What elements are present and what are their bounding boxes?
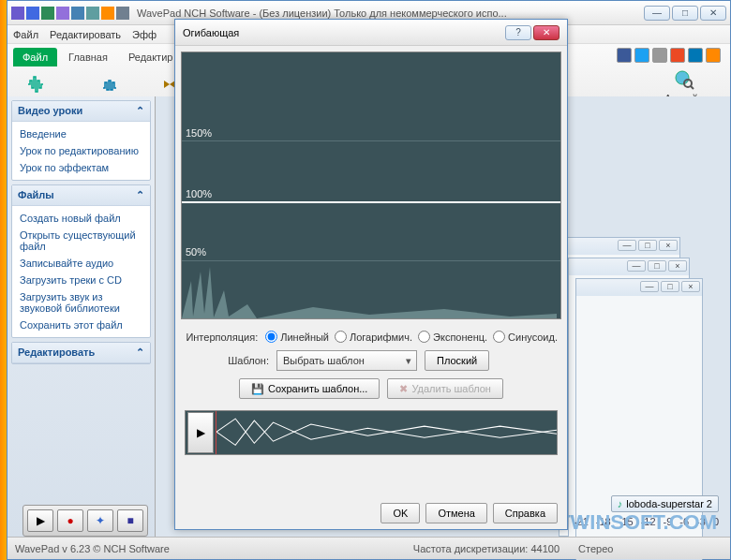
dialog-close-button[interactable]: ✕ — [533, 25, 559, 40]
section-header[interactable]: Редактировать⌃ — [12, 343, 150, 363]
grid-label: 150% — [186, 127, 212, 139]
sidebar-link[interactable]: Записывайте аудио — [12, 255, 150, 272]
dialog-title-text: Огибающая — [183, 27, 239, 38]
tab-file[interactable]: Файл — [13, 48, 57, 66]
sidebar-link[interactable]: Урок по редактированию — [12, 142, 150, 159]
ok-button[interactable]: OK — [380, 503, 420, 523]
sidebar-link[interactable]: Сохранить этот файл — [12, 317, 150, 333]
sidebar-link[interactable]: Загрузить треки с CD — [12, 272, 150, 288]
mini-waveform-svg — [216, 411, 557, 452]
tab-home[interactable]: Главная — [59, 48, 117, 66]
app-title: WavePad NCH Software - (Без лицензии) То… — [137, 7, 507, 19]
qat-icon-7[interactable] — [101, 7, 114, 20]
collapse-icon: ⌃ — [136, 189, 144, 201]
envelope-dialog: Огибающая ? ✕ 150% 100% 50% Интерполяция… — [174, 19, 568, 530]
window-controls: — □ ✕ — [644, 6, 726, 21]
preview-waveform: ▶ — [185, 410, 558, 455]
panel-max-icon[interactable]: □ — [661, 281, 679, 292]
dialog-controls-area: Интерполяция: Линейный Логарифмич. Экспо… — [175, 325, 567, 405]
help-button[interactable]: Справка — [493, 503, 558, 523]
section-header[interactable]: Видео уроки⌃ — [12, 101, 150, 122]
sidebar-link[interactable]: Загрузить звук из звуковой библиотеки — [12, 288, 150, 317]
dialog-help-button[interactable]: ? — [505, 25, 531, 40]
flat-button[interactable]: Плоский — [425, 350, 489, 371]
dialog-titlebar: Огибающая ? ✕ — [175, 20, 567, 46]
sidebar-section-video: Видео уроки⌃ Введение Урок по редактиров… — [11, 100, 151, 181]
status-mode: Стерео — [578, 543, 613, 554]
sidebar-link[interactable]: Создать новый файл — [12, 210, 150, 227]
panel-close-icon[interactable]: × — [668, 260, 687, 272]
file-tab-label: loboda-superstar 2 — [626, 498, 712, 509]
panel-close-icon[interactable]: × — [681, 281, 700, 292]
interp-label: Интерполяция: — [185, 332, 258, 343]
sidebar-section-edit: Редактировать⌃ — [11, 342, 151, 364]
linkedin-icon[interactable] — [688, 48, 703, 63]
save-icon: 💾 — [251, 383, 264, 395]
rss-icon[interactable] — [706, 48, 721, 63]
section-links: Введение Урок по редактированию Урок по … — [12, 122, 150, 180]
preview-wave-body[interactable] — [216, 411, 557, 454]
delete-icon: ✖ — [399, 383, 408, 395]
section-links: Создать новый файл Открыть существующий … — [12, 206, 150, 337]
interp-radio-group: Линейный Логарифмич. Экспоненц. Синусоид… — [265, 331, 558, 343]
statusbar: WavePad v 6.23 © NCH Software Частота ди… — [7, 537, 730, 559]
amplify-icon — [26, 75, 45, 94]
qat-icon-6[interactable] — [86, 7, 99, 20]
close-button[interactable]: ✕ — [700, 6, 726, 21]
maximize-button[interactable]: □ — [672, 6, 698, 21]
save-template-button[interactable]: 💾Сохранить шаблон... — [239, 378, 380, 399]
template-row: Шаблон: Выбрать шаблон Плоский — [185, 350, 558, 371]
tab-edit[interactable]: Редактир — [119, 48, 183, 66]
panel-max-icon[interactable]: □ — [648, 260, 666, 272]
status-rate: Частота дискретизации: 44100 — [413, 543, 559, 554]
qat-icon-1[interactable] — [11, 7, 24, 20]
globe-search-icon — [673, 68, 695, 91]
panel-close-icon[interactable]: × — [659, 240, 678, 251]
minimize-button[interactable]: — — [644, 6, 670, 21]
menu-file[interactable]: Файл — [13, 29, 38, 40]
preview-play-button[interactable]: ▶ — [187, 412, 214, 453]
template-buttons: 💾Сохранить шаблон... ✖Удалить шаблон — [185, 378, 558, 399]
radio-linear[interactable]: Линейный — [265, 331, 329, 343]
menu-effects[interactable]: Эфф — [132, 29, 157, 40]
sidebar-link[interactable]: Открыть существующий файл — [12, 227, 150, 255]
sidebar-link[interactable]: Введение — [12, 125, 150, 142]
scrub-button[interactable]: ✦ — [87, 509, 113, 532]
menu-edit[interactable]: Редактировать — [50, 29, 121, 40]
record-button[interactable]: ● — [57, 509, 83, 532]
collapse-icon: ⌃ — [136, 346, 144, 359]
template-dropdown[interactable]: Выбрать шаблон — [276, 350, 417, 371]
twitter-icon[interactable] — [634, 48, 649, 63]
stop-button[interactable]: ■ — [117, 509, 143, 532]
panel-min-icon[interactable]: — — [618, 240, 636, 251]
normalize-icon — [100, 75, 119, 94]
transport-controls: ▶ ● ✦ ■ — [22, 505, 148, 537]
play-button[interactable]: ▶ — [27, 509, 53, 532]
envelope-canvas[interactable]: 150% 100% 50% — [181, 52, 561, 319]
qat-icon-8[interactable] — [116, 7, 129, 20]
radio-exp[interactable]: Экспоненц. — [418, 331, 487, 343]
waveform-preview — [182, 262, 557, 318]
panel-min-icon[interactable]: — — [640, 281, 659, 292]
panel-max-icon[interactable]: □ — [638, 240, 657, 251]
section-header[interactable]: Файлы⌃ — [12, 185, 150, 206]
qat-icon-5[interactable] — [71, 7, 84, 20]
quick-access-toolbar — [11, 7, 129, 20]
radio-log[interactable]: Логарифмич. — [335, 331, 412, 343]
stumble-icon[interactable] — [670, 48, 685, 63]
interpolation-row: Интерполяция: Линейный Логарифмич. Экспо… — [185, 331, 558, 343]
sidebar-section-files: Файлы⌃ Создать новый файл Открыть сущест… — [11, 184, 151, 338]
sidebar-link[interactable]: Урок по эффектам — [12, 159, 150, 176]
qat-icon-3[interactable] — [41, 7, 54, 20]
svg-line-2 — [691, 86, 694, 89]
panel-min-icon[interactable]: — — [627, 260, 646, 272]
plus-icon[interactable] — [652, 48, 667, 63]
delete-template-button: ✖Удалить шаблон — [387, 378, 503, 399]
qat-icon-4[interactable] — [56, 7, 69, 20]
qat-icon-2[interactable] — [26, 7, 39, 20]
status-version: WavePad v 6.23 © NCH Software — [15, 543, 170, 554]
radio-sin[interactable]: Синусоид. — [493, 331, 558, 343]
cancel-button[interactable]: Отмена — [425, 503, 486, 523]
facebook-icon[interactable] — [617, 48, 632, 63]
sound-icon: ♪ — [618, 498, 623, 509]
